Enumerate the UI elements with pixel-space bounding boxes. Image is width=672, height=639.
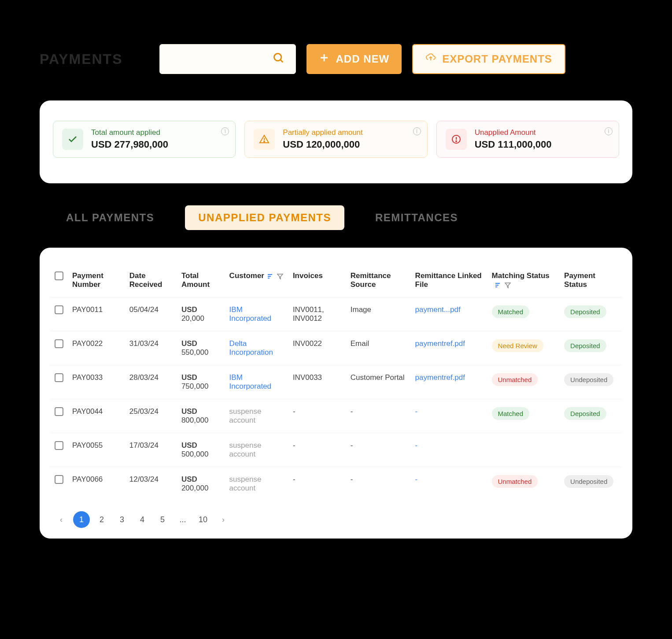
remittance-source: - — [346, 433, 411, 467]
page-1[interactable]: 1 — [73, 511, 90, 528]
remittance-file[interactable]: - — [411, 433, 487, 467]
add-new-label: ADD NEW — [336, 53, 389, 65]
customer-cell[interactable]: IBM Incorporated — [225, 365, 288, 399]
alert-icon — [446, 129, 467, 150]
payment-number: PAY0066 — [68, 467, 125, 501]
table-row: PAY005517/03/24USD 500,000suspense accou… — [50, 433, 622, 467]
row-checkbox[interactable] — [55, 475, 63, 484]
column-header[interactable]: Remittance Linked File — [411, 264, 487, 297]
customer-cell[interactable]: IBM Incorporated — [225, 297, 288, 331]
date-received: 05/04/24 — [125, 297, 177, 331]
filter-icon[interactable] — [504, 282, 511, 289]
filter-icon[interactable] — [277, 273, 284, 280]
stat-card-red: Unapplied AmountUSD 111,000,000i — [436, 121, 619, 158]
svg-point-9 — [456, 141, 457, 142]
column-header[interactable]: Date Received — [125, 264, 177, 297]
date-received: 17/03/24 — [125, 433, 177, 467]
column-header[interactable]: Invoices — [288, 264, 346, 297]
page-2[interactable]: 2 — [93, 511, 110, 528]
search-input[interactable] — [159, 44, 296, 74]
matching-status: Need Review — [487, 331, 560, 365]
stat-label: Unapplied Amount — [475, 128, 552, 137]
row-checkbox[interactable] — [55, 407, 63, 416]
remittance-file[interactable]: payment...pdf — [411, 297, 487, 331]
remittance-file[interactable]: - — [411, 399, 487, 433]
export-payments-button[interactable]: EXPORT PAYMENTS — [412, 44, 565, 74]
matching-status: Unmatched — [487, 365, 560, 399]
total-amount: USD 200,000 — [177, 467, 225, 501]
page-3[interactable]: 3 — [114, 511, 130, 528]
export-label: EXPORT PAYMENTS — [442, 53, 552, 65]
remittance-source: Image — [346, 297, 411, 331]
warning-icon — [254, 129, 275, 150]
chevron-left-icon: ‹ — [60, 515, 63, 524]
total-amount: USD 20,000 — [177, 297, 225, 331]
payment-status: Undeposited — [560, 365, 622, 399]
stats-panel: Total amount appliedUSD 277,980,000iPart… — [40, 100, 632, 183]
table-row: PAY003328/03/24USD 750,000IBM Incorporat… — [50, 365, 622, 399]
column-header[interactable]: Payment Number — [68, 264, 125, 297]
sort-icon[interactable] — [495, 282, 502, 289]
chevron-right-icon: › — [222, 515, 225, 524]
column-header[interactable]: Customer — [225, 264, 288, 297]
page-10[interactable]: 10 — [195, 511, 211, 528]
payment-status — [560, 433, 622, 467]
payment-number: PAY0055 — [68, 433, 125, 467]
page-4[interactable]: 4 — [134, 511, 151, 528]
row-checkbox[interactable] — [55, 339, 63, 348]
matching-status — [487, 433, 560, 467]
page-5[interactable]: 5 — [154, 511, 171, 528]
customer-cell[interactable]: Delta Incorporation — [225, 331, 288, 365]
remittance-source: - — [346, 399, 411, 433]
stat-value: USD 277,980,000 — [91, 139, 168, 150]
prev-page-button[interactable]: ‹ — [53, 511, 70, 528]
check-icon — [62, 129, 83, 150]
row-checkbox[interactable] — [55, 373, 63, 382]
remittance-file[interactable]: paymentref.pdf — [411, 365, 487, 399]
column-header[interactable]: Matching Status — [487, 264, 560, 297]
svg-point-6 — [264, 141, 265, 142]
search-icon — [273, 52, 285, 66]
pagination: ‹ 12345...10› — [50, 511, 622, 528]
table-row: PAY001105/04/24USD 20,000IBM Incorporate… — [50, 297, 622, 331]
sort-icon[interactable] — [267, 273, 274, 280]
remittance-source: - — [346, 467, 411, 501]
page-title: PAYMENTS — [40, 51, 122, 67]
date-received: 25/03/24 — [125, 399, 177, 433]
remittance-source: Customer Portal — [346, 365, 411, 399]
payment-number: PAY0044 — [68, 399, 125, 433]
row-checkbox[interactable] — [55, 305, 63, 314]
next-page-button[interactable]: › — [215, 511, 232, 528]
payment-status: Deposited — [560, 331, 622, 365]
payment-status: Undeposited — [560, 467, 622, 501]
column-header[interactable]: Total Amount — [177, 264, 225, 297]
remittance-source: Email — [346, 331, 411, 365]
invoices-cell: - — [288, 399, 346, 433]
stat-card-orange: Partially applied amountUSD 120,000,000i — [244, 121, 427, 158]
info-icon[interactable]: i — [413, 127, 421, 135]
tab-unapplied-payments[interactable]: UNAPPLIED PAYMENTS — [185, 205, 344, 230]
row-checkbox[interactable] — [55, 441, 63, 450]
add-new-button[interactable]: ADD NEW — [306, 44, 402, 74]
column-header[interactable]: Remittance Source — [346, 264, 411, 297]
info-icon[interactable]: i — [605, 127, 613, 135]
date-received: 12/03/24 — [125, 467, 177, 501]
tabs: ALL PAYMENTSUNAPPLIED PAYMENTSREMITTANCE… — [40, 205, 632, 230]
cloud-upload-icon — [425, 52, 436, 66]
column-header[interactable]: Payment Status — [560, 264, 622, 297]
stat-card-green: Total amount appliedUSD 277,980,000i — [53, 121, 236, 158]
select-all-checkbox[interactable] — [55, 271, 63, 280]
matching-status: Unmatched — [487, 467, 560, 501]
total-amount: USD 500,000 — [177, 433, 225, 467]
customer-cell: suspense account — [225, 399, 288, 433]
total-amount: USD 750,000 — [177, 365, 225, 399]
tab-remittances[interactable]: REMITTANCES — [362, 205, 471, 230]
remittance-file[interactable]: paymentref.pdf — [411, 331, 487, 365]
tab-all-payments[interactable]: ALL PAYMENTS — [53, 205, 167, 230]
invoices-cell: INV0022 — [288, 331, 346, 365]
invoices-cell: - — [288, 467, 346, 501]
info-icon[interactable]: i — [221, 127, 229, 135]
remittance-file[interactable]: - — [411, 467, 487, 501]
table-row: PAY006612/03/24USD 200,000suspense accou… — [50, 467, 622, 501]
stat-label: Total amount applied — [91, 128, 168, 137]
